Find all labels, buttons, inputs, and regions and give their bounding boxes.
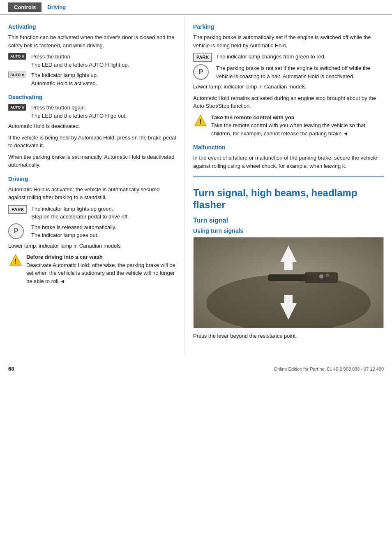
parking-warning-text: Take the remote control with you Take th… [211, 114, 384, 138]
driving-circlep-text: The brake is released automatically. The… [31, 223, 176, 239]
header: Controls Driving [0, 0, 392, 15]
autoh-button-dark-container: AUTO H [8, 53, 28, 60]
driving-park-box-container: PARK [8, 205, 28, 214]
deactivating-text2: If the vehicle is being held by Automati… [8, 134, 176, 150]
activating-press-row: AUTO H Press the button. The LED and the… [8, 53, 176, 69]
autoh-button-dark: AUTO H [8, 53, 26, 60]
parking-lower-lamp: Lower lamp: indicator lamp in Canadian m… [193, 83, 384, 91]
parking-warning-triangle-icon: ! [193, 114, 208, 128]
parking-text1: The parking brake is automatically set i… [193, 33, 384, 49]
section-parking: Parking The parking brake is automatical… [193, 23, 384, 137]
parking-circle-p-icon: P [193, 64, 209, 80]
parking-indicator-text: The indicator lamp changes from green to… [216, 53, 384, 61]
turn-signal-image [193, 237, 384, 328]
driving-text1: Automatic Hold is activated: the vehicle… [8, 186, 176, 202]
activating-text1: This function can be activated when the … [8, 33, 176, 49]
deactivating-title: Deactivating [8, 94, 176, 100]
right-column: Parking The parking brake is automatical… [185, 15, 392, 355]
parking-circlep-row: P The parking brake is not set if the en… [193, 64, 384, 80]
driving-park-text: The indicator lamp lights up green. Step… [31, 205, 176, 221]
deactivating-text3: When the parking brake is set manually, … [8, 153, 176, 169]
warning-triangle-icon: ! [8, 253, 23, 268]
turn-signal-sub-title: Turn signal [193, 217, 384, 224]
driving-park-box: PARK [8, 205, 27, 214]
parking-circlep-container: P [193, 64, 213, 80]
svg-rect-6 [268, 274, 309, 281]
driving-circlep-container: P [8, 223, 28, 239]
svg-text:!: ! [14, 258, 16, 265]
parking-park-box-container: PARK [193, 53, 213, 62]
section-deactivating: Deactivating AUTO H Press the button aga… [8, 94, 176, 169]
section-driving: Driving Automatic Hold is activated: the… [8, 176, 176, 285]
section-malfunction: Malfunction In the event of a failure or… [193, 144, 384, 170]
parking-circlep-text: The parking brake is not set if the engi… [216, 64, 384, 80]
activating-press-text: Press the button. The LED and the letter… [31, 53, 176, 69]
malfunction-title: Malfunction [193, 144, 384, 151]
tab-controls[interactable]: Controls [8, 2, 42, 12]
autoh-button-light: AUTO H [8, 72, 26, 78]
autoh-button-light-container: AUTO H [8, 71, 28, 78]
tab-driving[interactable]: Driving [42, 2, 71, 12]
turn-signal-img-content [193, 237, 384, 328]
driving-lower-lamp: Lower lamp: indicator lamp in Canadian m… [8, 242, 176, 250]
section-turn-signal: Turn signal, high beams, headlamp flashe… [193, 176, 384, 340]
parking-auto-hold-remains: Automatic Hold remains activated during … [193, 94, 384, 110]
deactivating-press-text: Press the button again. The LED and the … [31, 104, 176, 120]
content: Activating This function can be activate… [0, 15, 392, 355]
circle-p-icon: P [8, 223, 24, 239]
footer-edition-text: Online Edition for Part no. 01 40 2 903 … [274, 367, 384, 371]
footer-page-number: 68 [8, 366, 14, 372]
turn-signal-caption: Press the lever beyond the resistance po… [193, 332, 384, 340]
deactivating-autoh-container: AUTO H [8, 104, 28, 111]
driving-title: Driving [8, 176, 176, 182]
driving-circlep-row: P The brake is released automatically. T… [8, 223, 176, 239]
left-column: Activating This function can be activate… [0, 15, 185, 355]
deactivating-text1: Automatic Hold is deactivated. [8, 122, 176, 130]
svg-point-9 [326, 274, 329, 277]
activating-indicator-row: AUTO H The indicator lamp lights up. Aut… [8, 71, 176, 87]
svg-point-8 [319, 274, 323, 278]
turn-signal-sub-sub-title: Using turn signals [193, 227, 384, 234]
driving-warning-text: Before driving into a car wash Deactivat… [26, 253, 176, 285]
parking-warning-row: ! Take the remote control with you Take … [193, 114, 384, 138]
turn-signal-big-title: Turn signal, high beams, headlamp flashe… [193, 187, 384, 211]
deactivating-autoh-button: AUTO H [8, 104, 26, 111]
activating-indicator-text: The indicator lamp lights up. Automatic … [31, 71, 176, 87]
activating-title: Activating [8, 23, 176, 30]
parking-park-row: PARK The indicator lamp changes from gre… [193, 53, 384, 62]
driving-park-row: PARK The indicator lamp lights up green.… [8, 205, 176, 221]
svg-text:!: ! [199, 118, 201, 125]
section-activating: Activating This function can be activate… [8, 23, 176, 87]
deactivating-press-row: AUTO H Press the button again. The LED a… [8, 104, 176, 120]
parking-title: Parking [193, 23, 384, 30]
malfunction-text1: In the event of a failure or malfunction… [193, 154, 384, 170]
footer: 68 Online Edition for Part no. 01 40 2 9… [0, 363, 392, 374]
driving-warning-row: ! Before driving into a car wash Deactiv… [8, 253, 176, 285]
parking-park-box: PARK [193, 53, 212, 62]
